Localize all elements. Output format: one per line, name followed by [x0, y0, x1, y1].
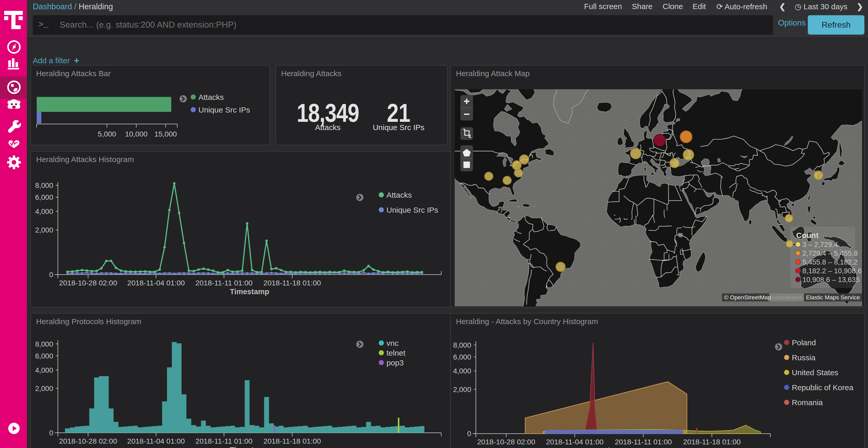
svg-text:Timestamp: Timestamp: [603, 446, 643, 448]
svg-text:Attacks: Attacks: [386, 191, 412, 199]
svg-text:8,182.2 – 10,908.6: 8,182.2 – 10,908.6: [802, 267, 862, 275]
svg-text:2018-11-18 01:00: 2018-11-18 01:00: [264, 279, 321, 287]
svg-text:10,908.6 – 13,635: 10,908.6 – 13,635: [802, 276, 860, 284]
svg-text:Timestamp: Timestamp: [230, 287, 270, 296]
svg-text:contributors,: contributors,: [772, 294, 804, 301]
svg-text:telnet: telnet: [386, 349, 406, 357]
svg-text:8,000: 8,000: [453, 341, 471, 349]
svg-text:5,455.8 – 8,182.2: 5,455.8 – 8,182.2: [802, 258, 858, 266]
svg-text:2,000: 2,000: [35, 226, 53, 234]
svg-text:6,000: 6,000: [35, 352, 53, 360]
svg-text:4,000: 4,000: [35, 366, 53, 374]
svg-text:Unique Src IPs: Unique Src IPs: [198, 106, 250, 114]
svg-text:Count: Count: [796, 231, 819, 240]
svg-text:2018-10-28 02:00: 2018-10-28 02:00: [59, 279, 117, 287]
svg-text:2,000: 2,000: [35, 384, 53, 392]
svg-text:4,000: 4,000: [453, 367, 471, 375]
svg-text:2,729.4 – 5,455.8: 2,729.4 – 5,455.8: [802, 249, 858, 257]
svg-text:Unique Src IPs: Unique Src IPs: [386, 206, 438, 214]
svg-text:2018-11-18 01:00: 2018-11-18 01:00: [683, 438, 741, 446]
svg-text:2018-11-04 01:00: 2018-11-04 01:00: [127, 437, 185, 445]
svg-text:2018-10-28 02:00: 2018-10-28 02:00: [59, 437, 117, 445]
svg-text:Timestamp: Timestamp: [230, 446, 270, 448]
svg-text:10,000: 10,000: [125, 130, 148, 138]
svg-text:8,000: 8,000: [35, 181, 53, 189]
svg-text:2018-11-18 01:00: 2018-11-18 01:00: [264, 437, 321, 445]
svg-text:Romania: Romania: [792, 398, 823, 407]
svg-text:0: 0: [49, 429, 53, 437]
svg-text:pop3: pop3: [386, 358, 404, 367]
svg-text:2018-11-11 01:00: 2018-11-11 01:00: [195, 437, 253, 445]
svg-text:2018-11-11 01:00: 2018-11-11 01:00: [195, 279, 253, 287]
svg-text:8,000: 8,000: [35, 340, 53, 348]
svg-text:2018-11-11 01:00: 2018-11-11 01:00: [615, 438, 672, 446]
svg-text:3 – 2,729.4: 3 – 2,729.4: [802, 241, 838, 248]
svg-text:4,000: 4,000: [35, 207, 53, 215]
svg-text:© OpenStreetMap: © OpenStreetMap: [724, 294, 771, 301]
svg-text:2,000: 2,000: [453, 385, 471, 393]
svg-text:Poland: Poland: [792, 338, 816, 347]
svg-text:6,000: 6,000: [453, 353, 471, 361]
svg-text:Russia: Russia: [792, 353, 815, 362]
svg-text:0: 0: [467, 430, 471, 438]
svg-text:Elastic Maps Service: Elastic Maps Service: [806, 294, 860, 301]
svg-text:Republic of Korea: Republic of Korea: [792, 383, 854, 392]
svg-text:6,000: 6,000: [35, 193, 53, 201]
svg-text:Attacks: Attacks: [198, 93, 224, 101]
svg-text:0: 0: [49, 271, 53, 279]
svg-text:2018-10-28 02:00: 2018-10-28 02:00: [477, 438, 535, 446]
svg-text:United States: United States: [792, 368, 838, 377]
svg-text:vnc: vnc: [386, 339, 399, 347]
svg-text:2018-11-04 01:00: 2018-11-04 01:00: [546, 438, 603, 446]
svg-text:5,000: 5,000: [98, 130, 116, 138]
svg-text:2018-11-04 01:00: 2018-11-04 01:00: [127, 279, 185, 287]
svg-text:15,000: 15,000: [154, 130, 177, 138]
